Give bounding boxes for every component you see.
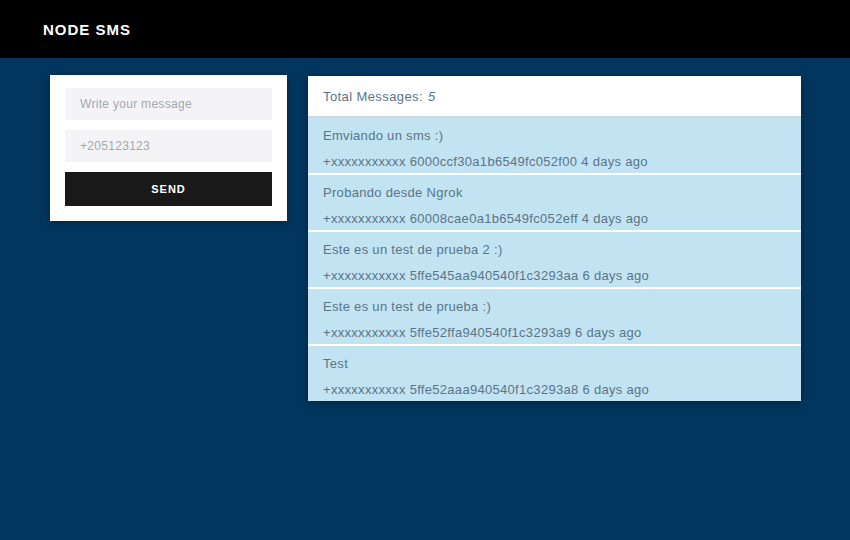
message-meta: +xxxxxxxxxxx 6000ccf30a1b6549fc052f00 4 …: [323, 155, 786, 169]
compose-card: SEND: [50, 75, 287, 221]
total-messages-count: 5: [428, 89, 436, 104]
message-time: 4 days ago: [582, 211, 649, 226]
message-id: 5ffe545aa940540f1c3293aa: [410, 268, 579, 283]
message-meta: +xxxxxxxxxxx 5ffe52ffa940540f1c3293a9 6 …: [323, 326, 786, 340]
message-row: Este es un test de prueba :) +xxxxxxxxxx…: [308, 289, 801, 344]
message-time: 6 days ago: [582, 382, 649, 397]
message-text: Probando desde Ngrok: [323, 186, 786, 200]
message-phone: +xxxxxxxxxxx: [323, 325, 406, 340]
message-phone: +xxxxxxxxxxx: [323, 268, 406, 283]
message-meta: +xxxxxxxxxxx 5ffe545aa940540f1c3293aa 6 …: [323, 269, 786, 283]
message-text: Test: [323, 357, 786, 371]
message-id: 5ffe52aaa940540f1c3293a8: [410, 382, 579, 397]
message-id: 5ffe52ffa940540f1c3293a9: [410, 325, 571, 340]
message-id: 6000ccf30a1b6549fc052f00: [410, 154, 578, 169]
total-messages-header: Total Messages: 5: [308, 76, 801, 118]
message-text: Este es un test de prueba :): [323, 300, 786, 314]
message-time: 6 days ago: [575, 325, 642, 340]
message-meta: +xxxxxxxxxxx 5ffe52aaa940540f1c3293a8 6 …: [323, 383, 786, 397]
message-meta: +xxxxxxxxxxx 60008cae0a1b6549fc052eff 4 …: [323, 212, 786, 226]
message-time: 4 days ago: [581, 154, 648, 169]
phone-input[interactable]: [65, 130, 272, 162]
message-time: 6 days ago: [582, 268, 649, 283]
messages-panel: Total Messages: 5 Emviando un sms :) +xx…: [308, 76, 801, 401]
message-text: Este es un test de prueba 2 :): [323, 243, 786, 257]
message-phone: +xxxxxxxxxxx: [323, 154, 406, 169]
message-input[interactable]: [65, 88, 272, 120]
message-id: 60008cae0a1b6549fc052eff: [410, 211, 578, 226]
send-button[interactable]: SEND: [65, 172, 272, 206]
message-row: Test +xxxxxxxxxxx 5ffe52aaa940540f1c3293…: [308, 346, 801, 401]
message-text: Emviando un sms :): [323, 129, 786, 143]
message-phone: +xxxxxxxxxxx: [323, 382, 406, 397]
message-row: Este es un test de prueba 2 :) +xxxxxxxx…: [308, 232, 801, 287]
total-messages-label: Total Messages:: [323, 89, 423, 104]
app-title: NODE SMS: [43, 21, 131, 38]
message-row: Probando desde Ngrok +xxxxxxxxxxx 60008c…: [308, 175, 801, 230]
message-list: Emviando un sms :) +xxxxxxxxxxx 6000ccf3…: [308, 118, 801, 401]
app-header: NODE SMS: [0, 0, 850, 58]
message-row: Emviando un sms :) +xxxxxxxxxxx 6000ccf3…: [308, 118, 801, 173]
message-phone: +xxxxxxxxxxx: [323, 211, 406, 226]
